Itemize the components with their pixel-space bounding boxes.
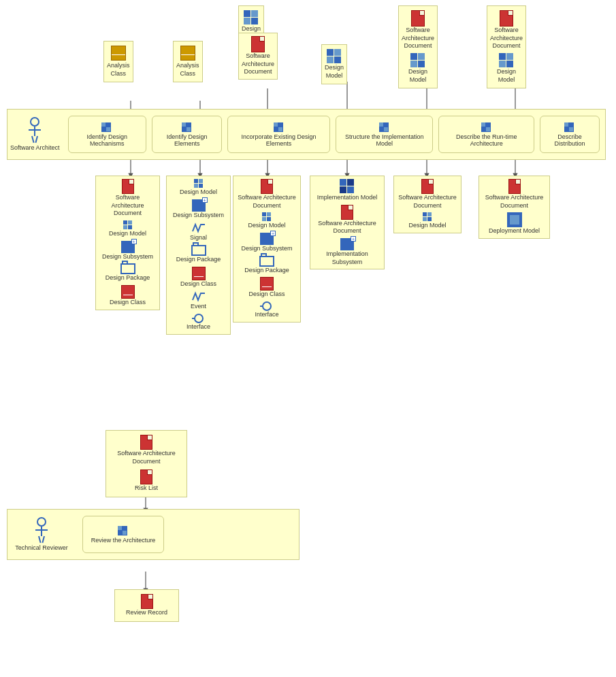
subsystem-icon-out-2: +: [192, 199, 206, 212]
doc-icon: [251, 36, 265, 52]
doc-icon-review-1: [140, 435, 152, 450]
event-icon-out-2: [191, 291, 206, 303]
swimlane-reviewer: Technical Reviewer Review the Architectu…: [7, 509, 299, 560]
output-box-2: Design Model + Design Subsystem Signal D…: [166, 176, 231, 335]
subsystem-icon-out-1: +: [121, 241, 135, 253]
input-sad-1: Software Architecture Document: [238, 33, 278, 80]
activity-label-2: Identify Design Elements: [155, 133, 218, 147]
doc-icon-out-6: [508, 179, 521, 194]
class-icon-out-1: [121, 285, 135, 299]
doc-icon-out-4: [341, 205, 353, 220]
analysis-class-1-box: Analysis Class: [103, 41, 133, 82]
doc-icon-out-5: [421, 179, 434, 194]
activity-identify-design-elements[interactable]: Identify Design Elements: [152, 116, 222, 153]
pkg-icon-out-1: [120, 263, 135, 274]
design-icon-3: [410, 53, 425, 68]
actor-icon-wrap-2: [35, 517, 48, 543]
input-design-model-2: Design Model: [321, 44, 347, 84]
doc-icon-review-2: [140, 469, 152, 484]
actor-software-architect: Software Architect: [7, 114, 63, 155]
design-model-icon: [244, 10, 259, 25]
design-icon-4: [499, 53, 514, 68]
input-sad-3: Software Architecture Document Design Mo…: [487, 5, 526, 88]
output-box-3: Software Architecture Document Design Mo…: [233, 176, 301, 323]
activity-label-4: Structure the Implementation Model: [339, 133, 430, 147]
doc-icon-out-1: [122, 179, 134, 194]
doc-icon-out-3: [261, 179, 273, 194]
activity-describe-runtime[interactable]: Describe the Run-time Architecture: [438, 116, 534, 153]
signal-icon-out-2: [191, 222, 206, 234]
actor-label-2: Technical Reviewer: [15, 544, 68, 552]
activity-review-architecture[interactable]: Review the Architecture: [82, 516, 164, 553]
input-sad-2: Software Architecture Document Design Mo…: [398, 5, 438, 88]
review-input-box: Software Architecture Document Risk List: [106, 430, 187, 497]
output-box-6: Software Architecture Document Deploymen…: [479, 176, 550, 239]
swimlane-architect: Software Architect Identify Design Mecha…: [7, 109, 606, 160]
activity-incorporate[interactable]: Incorporate Existing Design Elements: [227, 116, 330, 153]
diagram: Design Model Software Architecture Docum…: [0, 0, 616, 677]
design-icon-out-3: [262, 212, 272, 222]
pkg-icon-out-3: [259, 256, 274, 267]
actor-technical-reviewer: Technical Reviewer: [7, 514, 76, 555]
design-icon-out-5: [423, 212, 432, 222]
output-box-1: Software Architecture Document Design Mo…: [95, 176, 160, 310]
design-icon-out-1: [123, 220, 133, 230]
design-model-icon-2: [327, 49, 342, 64]
pkg-icon-out-2: [191, 245, 206, 256]
actor-icon-wrap: [29, 117, 41, 143]
activity-structure-impl[interactable]: Structure the Implementation Model: [336, 116, 434, 153]
activity-label-5: Describe the Run-time Architecture: [442, 133, 531, 147]
output-box-5: Software Architecture Document Design Mo…: [393, 176, 461, 233]
deploy-icon: [507, 212, 522, 227]
class-icon-out-3: [260, 277, 274, 291]
review-output-box: Review Record: [114, 589, 179, 622]
iface-icon-out-3: [262, 301, 272, 311]
class-icon-2: [180, 46, 195, 61]
activities-row: Identify Design Mechanisms Identify Desi…: [63, 113, 605, 156]
activity-label-6: Describe Distribution: [543, 133, 596, 147]
actor-label-1: Software Architect: [10, 144, 60, 152]
class-icon-out-2: [192, 267, 206, 280]
artifact-label: Design: [242, 25, 261, 33]
design-icon-out-2: [194, 179, 204, 188]
activity-label-review: Review the Architecture: [91, 537, 156, 544]
subsystem-icon-out-3: +: [260, 233, 274, 245]
activity-describe-distribution[interactable]: Describe Distribution: [540, 116, 600, 153]
class-icon-1: [111, 46, 126, 61]
impl-model-icon: [340, 179, 355, 194]
activity-label-1: Identify Design Mechanisms: [71, 133, 143, 147]
activity-label-3: Incorporate Existing Design Elements: [231, 133, 327, 147]
impl-sub-icon: +: [340, 238, 354, 250]
doc-icon-2: [411, 10, 425, 27]
iface-icon-out-2: [194, 314, 204, 323]
doc-icon-3: [500, 10, 513, 27]
output-box-4: Implementation Model Software Architectu…: [310, 176, 385, 269]
activity-identify-design-mechanisms[interactable]: Identify Design Mechanisms: [68, 116, 146, 153]
review-record-icon: [141, 594, 153, 609]
analysis-class-2-box: Analysis Class: [173, 41, 203, 82]
arrows-overlay: [0, 0, 616, 677]
